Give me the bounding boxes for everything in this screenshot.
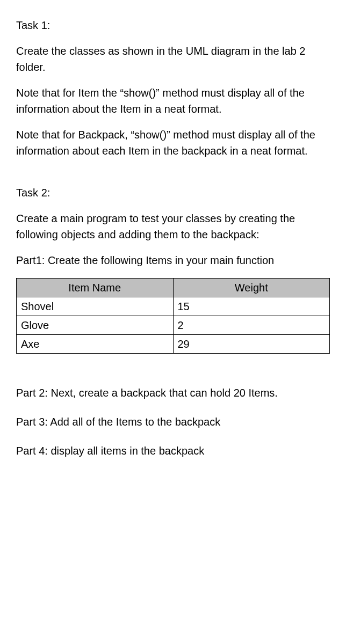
table-header-row: Item Name Weight [17, 279, 330, 297]
task1-paragraph-1: Create the classes as shown in the UML d… [16, 43, 330, 75]
task2-heading: Task 2: [16, 185, 330, 201]
header-item-name: Item Name [17, 279, 174, 297]
task2-part1-label: Part1: Create the following Items in you… [16, 252, 330, 268]
table-row: Shovel 15 [17, 297, 330, 316]
header-weight: Weight [173, 279, 330, 297]
task2-paragraph-1: Create a main program to test your class… [16, 210, 330, 243]
task2-part4: Part 4: display all items in the backpac… [16, 443, 330, 459]
cell-weight: 15 [173, 297, 330, 316]
task1-heading: Task 1: [16, 17, 330, 33]
task2-part2: Part 2: Next, create a backpack that can… [16, 385, 330, 401]
cell-item-name: Shovel [17, 297, 174, 316]
cell-weight: 29 [173, 335, 330, 354]
table-row: Glove 2 [17, 316, 330, 335]
cell-weight: 2 [173, 316, 330, 335]
task1-paragraph-2: Note that for Item the “show()” method m… [16, 85, 330, 117]
items-table: Item Name Weight Shovel 15 Glove 2 Axe 2… [16, 278, 330, 354]
cell-item-name: Axe [17, 335, 174, 354]
task1-paragraph-3: Note that for Backpack, “show()” method … [16, 127, 330, 159]
cell-item-name: Glove [17, 316, 174, 335]
table-row: Axe 29 [17, 335, 330, 354]
task2-part3: Part 3: Add all of the Items to the back… [16, 414, 330, 430]
